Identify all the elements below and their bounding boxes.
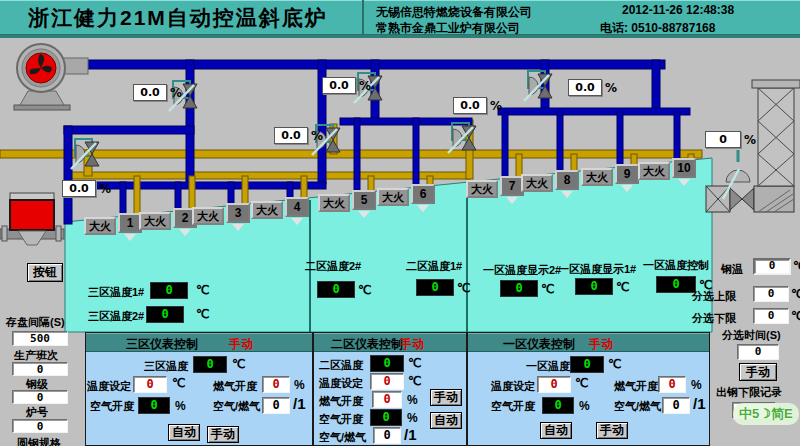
burner-1-flame-status: 大火 (84, 217, 116, 235)
burner-9-number: 9 (615, 164, 639, 184)
zone1-gas-input[interactable]: 0 (658, 376, 686, 393)
company-line2: 常熟市金鼎工业炉有限公司 (376, 20, 520, 37)
burner-10-number: 10 (672, 158, 696, 178)
header-bar: 浙江健力21M自动控温斜底炉 无锡倍思特燃烧设备有限公司 2012-11-26 … (0, 0, 800, 38)
zone2-temp-value: 0 (370, 355, 404, 372)
zone3-gas-input[interactable]: 0 (262, 376, 290, 393)
burner-5-number: 5 (352, 190, 376, 210)
zone3-manual-button[interactable]: 手动 (207, 426, 239, 443)
zone2-gas-input[interactable]: 0 (372, 391, 402, 408)
zone2-ratio-label: 空气/燃气 (319, 430, 366, 445)
zone1-temp-value: 0 (570, 356, 604, 373)
round-steel-spec-label: 圆钢规格 (17, 436, 61, 446)
valve-unit: % (311, 129, 323, 143)
steel-tank-icon (0, 193, 64, 245)
save-interval-input[interactable]: 500 (12, 331, 68, 346)
zone3-mode-indicator: 手动 (229, 336, 253, 353)
zone2-temp-unit: ℃ (408, 356, 421, 370)
burner-4-number: 4 (285, 197, 309, 217)
zone2-temp2-unit: ℃ (358, 283, 371, 297)
zone2-ratio-input[interactable]: 0 (373, 427, 401, 444)
burner-6-number: 6 (411, 184, 435, 204)
steel-temp-label: 钢温 (721, 262, 743, 277)
header-divider (362, 0, 364, 35)
zone3-panel-header: 三区仪表控制 手动 (86, 333, 312, 352)
burner-8-flame-status: 大火 (521, 174, 553, 192)
flue-damper-icon[interactable] (723, 150, 750, 199)
zone1-control-panel: 一区仪表控制 手动 一区温度 0 ℃ 温度设定 0 ℃ 燃气开度 0 % 空气开… (467, 332, 710, 446)
zone3-ratio-unit: /1 (293, 395, 306, 412)
zone2-temp2-value: 0 (317, 281, 355, 298)
datetime-display: 2012-11-26 12:48:38 (622, 3, 734, 17)
sort-manual-button[interactable]: 手动 (739, 363, 777, 381)
burner-5-flame-status: 大火 (318, 194, 350, 212)
burner-6-flame-status: 大火 (377, 188, 409, 206)
zone3-setpoint-label: 温度设定 (87, 379, 131, 394)
sort-upper-limit-unit: ℃ (791, 287, 800, 301)
valve-value: 0.0 (133, 84, 167, 101)
burner-3-flame-status: 大火 (192, 207, 224, 225)
blower-fan-icon (14, 44, 88, 110)
valve-unit: % (605, 81, 617, 95)
valve-unit: % (490, 99, 502, 113)
sort-lower-limit-input[interactable]: 0 (753, 308, 789, 324)
zone1-manual-button[interactable]: 手动 (596, 422, 628, 439)
sort-time-input[interactable]: 0 (737, 344, 779, 360)
zone2-panel-header: 二区仪表控制 手动 (314, 333, 466, 352)
zone1-panel-header: 一区仪表控制 手动 (468, 333, 709, 352)
zone2-air-unit: % (407, 411, 418, 425)
sort-upper-limit-input[interactable]: 0 (753, 286, 789, 302)
zone2-manual-button[interactable]: 手动 (430, 389, 462, 406)
valve-readout-6: 0.0% (453, 97, 502, 114)
zone2-setpoint-input[interactable]: 0 (370, 373, 404, 390)
zone2-air-label: 空气开度 (319, 412, 363, 427)
zone3-ratio-input[interactable]: 0 (262, 397, 290, 414)
zone3-gas-label: 燃气开度 (213, 379, 257, 394)
zone1-gas-unit: % (691, 378, 702, 392)
zone1-air-label: 空气开度 (491, 399, 535, 414)
zone3-auto-button[interactable]: 自动 (168, 424, 200, 441)
zone3-temp1-label: 三区温度1# (88, 285, 144, 300)
zone1-temp1-value: 0 (575, 278, 613, 295)
sort-upper-limit-label: 分选上限 (692, 289, 736, 304)
zone1-ratio-input[interactable]: 0 (662, 397, 690, 414)
zone1-setpoint-input[interactable]: 0 (537, 376, 571, 393)
burner-3-number: 3 (226, 203, 250, 223)
zone1-temp-control-value: 0 (656, 276, 696, 293)
zone3-temp2-value: 0 (146, 306, 184, 323)
sort-lower-limit-unit: ℃ (791, 309, 800, 323)
zone1-auto-button[interactable]: 自动 (540, 422, 572, 439)
production-shift-label: 生产班次 (14, 348, 58, 363)
zone1-mode-indicator: 手动 (589, 336, 613, 353)
valve-value: 0.0 (274, 127, 308, 144)
sidebar-button[interactable]: 按钮 (27, 263, 63, 282)
zone1-air-value: 0 (542, 397, 574, 414)
steel-grade-input[interactable]: 0 (12, 390, 68, 404)
zone1-temp2-label: 一区温度显示2# (483, 263, 561, 278)
zone2-gas-label: 燃气开度 (319, 394, 363, 409)
zone2-temp1-value: 0 (416, 279, 454, 296)
valve-unit: % (359, 79, 371, 93)
sort-time-label: 分选时间(S) (722, 328, 781, 343)
zone2-mode-indicator: 手动 (400, 336, 424, 353)
zone3-setpoint-input[interactable]: 0 (133, 376, 167, 393)
zone2-auto-button[interactable]: 自动 (430, 412, 462, 429)
zone3-temp-unit: ℃ (232, 357, 245, 371)
valve-value: 0.0 (322, 77, 356, 94)
burner-2-flame-status: 大火 (139, 212, 171, 230)
valve-readout-1: 0.0% (133, 84, 182, 101)
furnace-number-label: 炉号 (26, 405, 48, 420)
zone1-gas-label: 燃气开度 (614, 379, 658, 394)
zone2-setpoint-unit: ℃ (408, 374, 421, 388)
zone1-temp-unit: ℃ (608, 357, 621, 371)
valve-unit: % (99, 182, 111, 196)
zone1-temp1-label: 一区温度显示1# (558, 262, 636, 277)
zone1-temp2-value: 0 (500, 280, 538, 297)
zone2-control-panel: 二区仪表控制 手动 二区温度 0 ℃ 温度设定 0 ℃ 燃气开度 0 % 手动 … (313, 332, 467, 446)
tap-lower-record-label: 出钢下限记录 (716, 385, 782, 400)
burner-4-flame-status: 大火 (251, 201, 283, 219)
zone1-air-unit: % (579, 399, 590, 413)
production-shift-input[interactable]: 0 (12, 362, 68, 376)
zone3-air-unit: % (175, 399, 186, 413)
furnace-number-input[interactable]: 0 (12, 419, 68, 433)
